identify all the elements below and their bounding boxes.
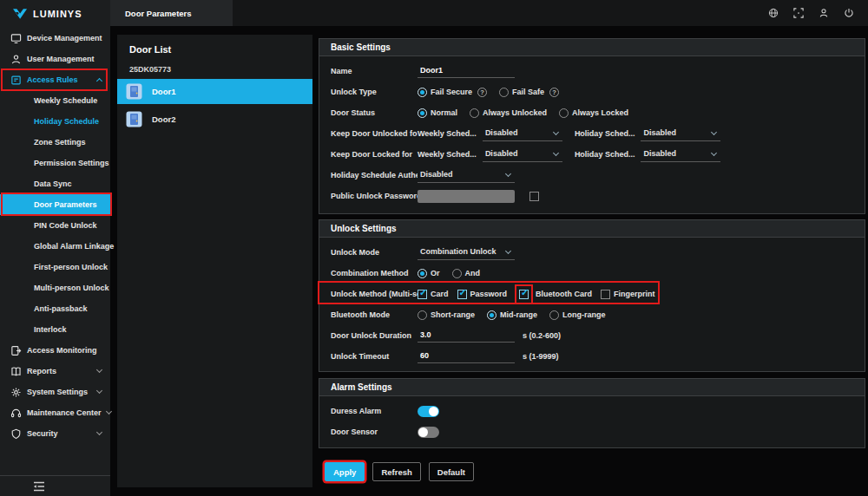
radio-icon: [470, 108, 479, 118]
checkbox-fingerprint[interactable]: Fingerprint: [601, 290, 655, 299]
holiday-auth-select[interactable]: Disabled: [418, 168, 515, 183]
public-password-checkbox[interactable]: [529, 192, 539, 201]
sidebar-item-label: Maintenance Center: [27, 408, 102, 417]
sidebar-item-door-parameters[interactable]: Door Parameters: [0, 194, 110, 215]
sidebar-item-access-monitoring[interactable]: Access Monitoring: [0, 340, 110, 361]
sidebar-item-pin-code-unlock[interactable]: PIN Code Unlock: [0, 215, 110, 236]
sidebar-item-first-person-unlock[interactable]: First-person Unlock: [0, 257, 110, 277]
tab-door-parameters[interactable]: Door Parameters: [110, 0, 233, 26]
option-label: Or: [431, 269, 440, 277]
radio-normal[interactable]: Normal: [418, 108, 457, 118]
door-list-item-door2[interactable]: Door2: [117, 107, 312, 132]
sidebar-item-interlock[interactable]: Interlock: [0, 319, 110, 340]
door-unlock-duration-row: Door Unlock Duration s (0.2-600): [319, 325, 865, 346]
help-icon[interactable]: [549, 88, 559, 97]
field-label: Public Unlock Password: [331, 192, 418, 200]
sidebar-item-holiday-schedule[interactable]: Holiday Schedule: [0, 111, 110, 132]
name-input[interactable]: [418, 64, 515, 78]
chevron-down-icon: [96, 429, 102, 435]
app-window: Door Parameters LUMINYS Device Managemen…: [0, 0, 868, 496]
duration-input[interactable]: [418, 329, 515, 343]
radio-fail-secure[interactable]: Fail Secure: [418, 88, 487, 97]
sidebar-item-multi-person-unlock[interactable]: Multi-person Unlock: [0, 277, 110, 298]
footer-buttons: Apply Refresh Default: [325, 462, 474, 481]
section-title: Unlock Settings: [319, 220, 865, 238]
field-label: Door Unlock Duration: [331, 331, 418, 340]
sidebar-item-label: Security: [27, 429, 58, 438]
selected-value: Disabled: [420, 170, 453, 179]
door-icon: [126, 83, 142, 100]
main-settings-panel: Basic Settings Name Unlock Type Fail Sec…: [319, 38, 865, 496]
option-label: Mid-range: [500, 310, 537, 319]
sidebar-item-reports[interactable]: Reports: [0, 361, 110, 382]
sidebar: LUMINYS Device Management User Managemen…: [0, 0, 110, 496]
radio-always-locked[interactable]: Always Locked: [559, 108, 628, 118]
sidebar-item-anti-passback[interactable]: Anti-passback: [0, 298, 110, 319]
sidebar-item-label: Device Management: [27, 34, 102, 42]
device-management-icon: [10, 33, 22, 44]
sidebar-item-system-settings[interactable]: System Settings: [0, 382, 110, 402]
unlock-mode-select[interactable]: Combination Unlock: [418, 245, 515, 260]
sidebar-item-security[interactable]: Security: [0, 423, 110, 444]
sidebar-item-label: Reports: [27, 367, 56, 375]
sidebar-item-maintenance-center[interactable]: Maintenance Center: [0, 402, 110, 423]
radio-icon: [559, 108, 569, 118]
radio-icon: [418, 269, 427, 278]
door-name: Door2: [152, 114, 175, 124]
keep-locked-weekly-select[interactable]: Disabled: [483, 147, 562, 162]
sidebar-item-label: Permission Settings: [34, 159, 109, 167]
sidebar-item-user-management[interactable]: User Management: [0, 49, 110, 69]
sidebar-item-data-sync[interactable]: Data Sync: [0, 173, 110, 194]
section-title: Basic Settings: [319, 39, 865, 56]
duress-alarm-toggle[interactable]: [418, 406, 439, 417]
option-label: Long-range: [562, 310, 606, 319]
door-list-item-door1[interactable]: Door1: [117, 79, 312, 104]
selected-value: Disabled: [485, 128, 518, 137]
sidebar-item-zone-settings[interactable]: Zone Settings: [0, 132, 110, 153]
user-icon[interactable]: [819, 8, 829, 18]
sidebar-item-global-alarm-linkage[interactable]: Global Alarm Linkage: [0, 236, 110, 257]
radio-always-unlocked[interactable]: Always Unlocked: [470, 108, 547, 118]
topbar-icon-group: [768, 8, 868, 18]
radio-short-range[interactable]: Short-range: [418, 310, 475, 320]
default-button[interactable]: Default: [429, 462, 474, 481]
sidebar-item-device-management[interactable]: Device Management: [0, 28, 110, 49]
option-label: Bluetooth Card: [536, 290, 592, 298]
keep-unlocked-weekly-select[interactable]: Disabled: [483, 127, 562, 141]
keep-unlocked-holiday-select[interactable]: Disabled: [641, 127, 720, 141]
sidebar-item-label: First-person Unlock: [34, 263, 108, 271]
holiday-auth-row: Holiday Schedule Authen... Disabled: [319, 165, 865, 186]
keep-door-unlocked-row: Keep Door Unlocked for Weekly Sched... D…: [319, 123, 865, 144]
option-label: Fail Safe: [512, 88, 544, 96]
globe-icon[interactable]: [768, 8, 779, 18]
radio-long-range[interactable]: Long-range: [549, 310, 606, 320]
sidebar-item-weekly-schedule[interactable]: Weekly Schedule: [0, 90, 110, 111]
door-sensor-toggle[interactable]: [418, 427, 439, 438]
apply-button[interactable]: Apply: [325, 462, 365, 481]
checkbox-password[interactable]: Password: [457, 290, 508, 299]
field-label: Holiday Schedule Authen...: [331, 171, 418, 179]
help-icon[interactable]: [477, 88, 487, 97]
option-label: Normal: [431, 108, 457, 117]
timeout-input[interactable]: [418, 349, 515, 363]
field-label: Keep Door Unlocked for: [331, 129, 418, 138]
fullscreen-icon[interactable]: [793, 8, 804, 18]
selected-value: Disabled: [485, 149, 518, 158]
radio-fail-safe[interactable]: Fail Safe: [499, 88, 559, 97]
radio-mid-range[interactable]: Mid-range: [487, 310, 537, 320]
field-label: Door Sensor: [331, 427, 418, 436]
radio-or[interactable]: Or: [418, 269, 440, 278]
refresh-button[interactable]: Refresh: [372, 462, 420, 481]
field-label: Unlock Type: [331, 88, 418, 96]
sidebar-item-access-rules[interactable]: Access Rules: [0, 69, 110, 90]
sidebar-item-label: User Management: [27, 55, 95, 63]
sidebar-item-permission-settings[interactable]: Permission Settings: [0, 153, 110, 173]
checkbox-card[interactable]: Card: [418, 290, 449, 299]
device-id[interactable]: 25DK05773: [117, 65, 312, 74]
power-icon[interactable]: [844, 8, 854, 18]
radio-and[interactable]: And: [452, 269, 481, 278]
field-label: Bluetooth Mode: [331, 310, 418, 319]
collapse-sidebar-icon[interactable]: [33, 481, 45, 492]
keep-locked-holiday-select[interactable]: Disabled: [641, 147, 720, 162]
checkbox-bluetooth-card[interactable]: Bluetooth Card: [516, 288, 592, 301]
